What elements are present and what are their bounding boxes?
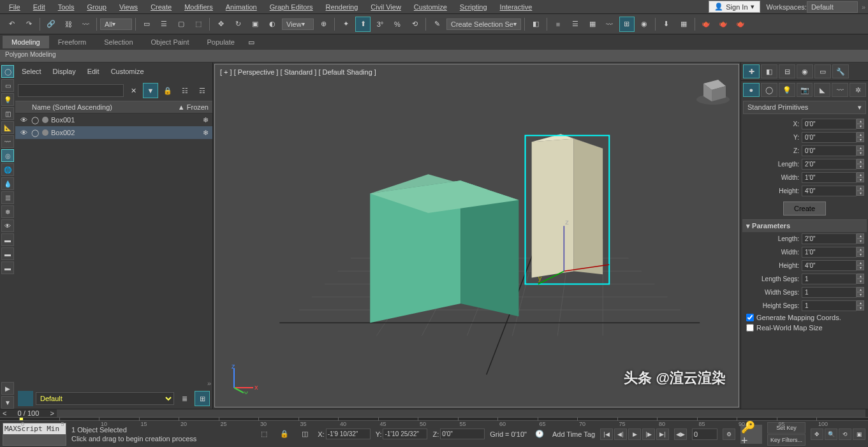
ribbon-toggle-icon[interactable]: ▭ (244, 34, 259, 50)
cp-create-tab[interactable]: ✚ (743, 64, 760, 78)
cp-helpers-icon[interactable]: ◣ (814, 83, 830, 97)
expand-icon[interactable]: » (15, 378, 212, 388)
curve-editor-button[interactable]: 〰 (602, 17, 617, 32)
render-button[interactable]: 🫖 (733, 17, 748, 32)
keyfilters-button[interactable]: Key Filters... (767, 434, 805, 446)
tree-mode-icon[interactable]: ☶ (195, 83, 210, 98)
layers-button[interactable]: ☰ (568, 17, 583, 32)
percent-snap-button[interactable]: % (390, 17, 405, 32)
menu-civilview[interactable]: Civil View (364, 1, 407, 13)
hsegs-input[interactable] (802, 300, 857, 311)
ls-eye-icon[interactable]: 👁 (1, 219, 14, 232)
ls-bar3-icon[interactable]: ▬ (1, 261, 14, 274)
chevron-right-icon[interactable]: » (862, 3, 865, 11)
height-input[interactable] (802, 186, 857, 196)
link-button[interactable]: 🔗 (43, 17, 59, 32)
p-width-input[interactable] (802, 247, 857, 258)
y-spinner[interactable]: ▴▾ (857, 132, 864, 143)
ls-light-icon[interactable]: 💡 (1, 93, 14, 106)
ls-filter-icon[interactable]: ▼ (1, 396, 14, 409)
render-setup-button[interactable]: ⬇ (659, 17, 674, 32)
sign-in-button[interactable]: 👤Sign In ▾ (709, 1, 760, 13)
layer-dropdown[interactable]: Default (36, 392, 174, 405)
slider-right-icon[interactable]: > (50, 409, 54, 417)
sub-ribbon[interactable]: Polygon Modeling (0, 50, 868, 62)
cp-display-tab[interactable]: ▭ (814, 64, 831, 78)
next-frame-button[interactable]: |▶ (642, 429, 655, 440)
menu-scripting[interactable]: Scripting (453, 1, 494, 13)
menu-file[interactable]: File (3, 1, 27, 13)
undo-button[interactable]: ↶ (4, 17, 19, 32)
frozen-dot-icon[interactable]: ❄ (203, 129, 209, 137)
visibility-icon[interactable]: 👁 (19, 115, 28, 124)
height-spinner[interactable]: ▴▾ (857, 186, 864, 196)
align-button[interactable]: ≡ (550, 17, 566, 32)
viewport[interactable]: [ + ] [ Perspective ] [ Standard ] [ Def… (214, 64, 739, 407)
x-spinner[interactable]: ▴▾ (857, 119, 864, 129)
ribbon-populate[interactable]: Populate (198, 36, 243, 48)
p-length-input[interactable] (802, 233, 857, 244)
cp-modify-tab[interactable]: ◧ (761, 64, 777, 78)
ls-select-icon[interactable]: ◯ (1, 65, 14, 78)
lock-selection-icon[interactable]: ⬚ (256, 427, 272, 442)
time-tag-icon[interactable]: 🕐 (532, 427, 547, 442)
sp-tab-select[interactable]: Select (22, 66, 41, 77)
render-frame-button[interactable]: ▦ (676, 17, 691, 32)
current-frame-input[interactable] (692, 429, 717, 440)
placement-button[interactable]: ◐ (265, 17, 280, 32)
layer-color-swatch[interactable] (18, 391, 33, 406)
cp-systems-icon[interactable]: ✲ (850, 83, 866, 97)
header-name[interactable]: Name (Sorted Ascending) (32, 103, 178, 111)
time-slider[interactable] (57, 409, 865, 417)
list-item[interactable]: 👁 ◯ Box001 ❄ (15, 114, 212, 126)
key-mode-icon[interactable]: ◀▶ (674, 429, 687, 440)
ref-coord-dropdown[interactable]: View ▾ (282, 18, 314, 30)
ls-bar2-icon[interactable]: ▬ (1, 247, 14, 260)
ls-snow-icon[interactable]: ❄ (1, 205, 14, 218)
cp-motion-tab[interactable]: ◉ (797, 64, 813, 78)
status-z-input[interactable] (440, 429, 485, 439)
selection-filter-dropdown[interactable]: All ▾ (100, 18, 132, 30)
prev-frame-button[interactable]: ◀| (614, 429, 627, 440)
spinner-snap-button[interactable]: ⟲ (407, 17, 422, 32)
header-frozen[interactable]: ▲ Frozen (178, 103, 209, 111)
selection-set-dropdown[interactable]: Create Selection Se ▾ (446, 18, 521, 30)
edit-selection-set-button[interactable]: ✎ (429, 17, 445, 32)
ls-globe-icon[interactable]: 🌐 (1, 163, 14, 176)
menu-edit[interactable]: Edit (27, 1, 52, 13)
goto-end-button[interactable]: ▶| (656, 429, 669, 440)
rotate-button[interactable]: ↻ (230, 17, 246, 32)
nav-zoom-icon[interactable]: 🔍 (825, 429, 837, 440)
menu-grapheditors[interactable]: Graph Editors (263, 1, 320, 13)
object-type-dropdown[interactable]: Standard Primitives▾ (743, 101, 866, 114)
menu-interactive[interactable]: Interactive (494, 1, 539, 13)
menu-rendering[interactable]: Rendering (320, 1, 365, 13)
freeze-icon[interactable]: ◯ (31, 128, 40, 137)
cp-shapes-icon[interactable]: ◯ (761, 83, 777, 97)
status-x-input[interactable] (326, 429, 371, 439)
length-input[interactable] (802, 159, 857, 170)
length-spinner[interactable]: ▴▾ (857, 159, 864, 170)
cp-hierarchy-tab[interactable]: ⊟ (779, 64, 795, 78)
setkey-button[interactable]: Set Key (767, 422, 805, 434)
ribbon-modeling[interactable]: Modeling (3, 36, 49, 48)
nav-pan-icon[interactable]: ✥ (811, 429, 823, 440)
box002-mesh[interactable] (526, 134, 610, 284)
wsegs-input[interactable] (802, 287, 857, 298)
select-region-button[interactable]: ▢ (173, 17, 189, 32)
time-config-icon[interactable]: ⚙ (723, 429, 735, 440)
real-world-checkbox[interactable] (746, 324, 754, 332)
scale-button[interactable]: ▣ (247, 17, 263, 32)
z-spinner[interactable]: ▴▾ (857, 145, 864, 156)
select-button[interactable]: ▭ (139, 17, 154, 32)
ls-target-icon[interactable]: ◎ (1, 149, 14, 162)
unlink-button[interactable]: ⛓ (61, 17, 76, 32)
p-height-input[interactable] (802, 260, 857, 271)
manipulate-button[interactable]: ✦ (338, 17, 353, 32)
ribbon-objectpaint[interactable]: Object Paint (142, 36, 198, 48)
angle-snap-button[interactable]: 3° (372, 17, 388, 32)
menu-modifiers[interactable]: Modifiers (178, 1, 219, 13)
nav-orbit-icon[interactable]: ⟲ (839, 429, 851, 440)
filter-icon[interactable]: ▼ (143, 83, 158, 98)
nav-max-icon[interactable]: ▣ (853, 429, 865, 440)
